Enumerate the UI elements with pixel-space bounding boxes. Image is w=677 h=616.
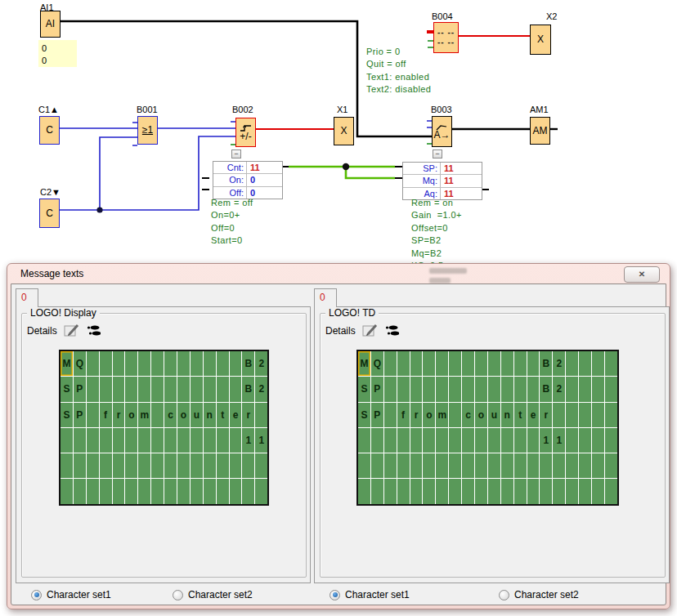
display-cell[interactable]	[566, 479, 578, 503]
display-cell[interactable]	[113, 351, 125, 376]
display-cell[interactable]	[410, 479, 423, 503]
display-cell[interactable]: M	[358, 351, 370, 376]
display-cell[interactable]: n	[501, 403, 513, 427]
display-cell[interactable]	[113, 453, 125, 478]
b003-collapse-button[interactable]: −	[433, 150, 442, 158]
display-cell[interactable]	[605, 453, 617, 478]
display-cell[interactable]	[579, 351, 591, 376]
display-cell[interactable]	[177, 428, 190, 453]
block-b002-counter[interactable]: +/-	[235, 118, 256, 147]
display-cell[interactable]	[138, 479, 150, 503]
tab-td-0[interactable]: 0	[314, 288, 337, 307]
display-cell[interactable]	[87, 453, 99, 478]
display-cell[interactable]	[527, 377, 540, 401]
display-cell[interactable]	[514, 377, 527, 401]
display-cell[interactable]	[217, 453, 229, 478]
display-cell[interactable]	[164, 479, 177, 503]
display-cell[interactable]	[87, 479, 99, 503]
display-cell[interactable]	[605, 428, 617, 453]
display-cell[interactable]: u	[488, 403, 500, 427]
display-cell[interactable]	[191, 377, 203, 401]
display-cell[interactable]: m	[138, 403, 150, 427]
display-cell[interactable]: 2	[553, 377, 565, 401]
display-cell[interactable]	[230, 351, 242, 376]
display-cell[interactable]	[514, 479, 527, 503]
display-cell[interactable]	[255, 403, 267, 427]
display-cell[interactable]	[191, 351, 203, 376]
display-cell[interactable]	[242, 479, 254, 503]
display-cell[interactable]	[230, 479, 242, 503]
display-cell[interactable]	[501, 479, 513, 503]
display-cell[interactable]: P	[74, 403, 86, 427]
display-cell[interactable]	[397, 351, 410, 376]
display-cell[interactable]: t	[217, 403, 229, 427]
logo-td-grid[interactable]: MQB2SPB2SPfromcounter11	[356, 350, 619, 506]
block-c2-cursor-down[interactable]: C	[39, 199, 60, 228]
display-cell[interactable]: P	[371, 403, 383, 427]
td-charset1-option[interactable]: Character set1	[330, 587, 410, 603]
display-cell[interactable]	[397, 428, 410, 453]
display-cell[interactable]	[177, 351, 190, 376]
display-cell[interactable]	[449, 377, 461, 401]
display-cell[interactable]	[204, 453, 216, 478]
display-cell[interactable]: o	[177, 403, 190, 427]
display-cell[interactable]	[151, 377, 164, 401]
display-cell[interactable]	[566, 428, 578, 453]
display-cell[interactable]	[475, 428, 487, 453]
display-cell[interactable]	[151, 453, 164, 478]
b002-collapse-button[interactable]: −	[231, 150, 241, 158]
display-cell[interactable]: S	[61, 403, 73, 427]
display-cell[interactable]	[462, 453, 474, 478]
display-cell[interactable]	[592, 403, 604, 427]
b003-parameter-table[interactable]: SP:11Mq:11Aq:11	[402, 162, 482, 200]
edit-icon[interactable]	[362, 324, 379, 337]
display-cell[interactable]	[579, 377, 591, 401]
display-cell[interactable]	[151, 428, 164, 453]
block-c1-cursor-up[interactable]: C	[39, 116, 60, 145]
display-cell[interactable]: 1	[242, 428, 254, 453]
display-cell[interactable]	[488, 479, 500, 503]
display-cell[interactable]	[462, 428, 474, 453]
display-cell[interactable]: m	[436, 403, 448, 427]
display-cell[interactable]: t	[514, 403, 527, 427]
display-cell[interactable]	[501, 351, 513, 376]
display-cell[interactable]	[217, 428, 229, 453]
display-cell[interactable]	[579, 428, 591, 453]
display-cell[interactable]: c	[164, 403, 177, 427]
display-cell[interactable]	[384, 377, 397, 401]
display-cell[interactable]: Q	[74, 351, 86, 376]
display-cell[interactable]	[397, 453, 410, 478]
display-cell[interactable]	[397, 377, 410, 401]
display-cell[interactable]	[113, 428, 125, 453]
display-cell[interactable]	[605, 403, 617, 427]
display-cell[interactable]	[204, 428, 216, 453]
block-x2-output[interactable]: X	[530, 25, 551, 55]
display-cell[interactable]: f	[397, 403, 410, 427]
display-cell[interactable]	[100, 453, 112, 478]
display-cell[interactable]	[230, 428, 242, 453]
display-cell[interactable]	[579, 403, 591, 427]
radio-selected-icon[interactable]	[330, 590, 340, 600]
display-cell[interactable]	[100, 479, 112, 503]
display-cell[interactable]: B	[540, 377, 552, 401]
display-cell[interactable]: r	[113, 403, 125, 427]
display-cell[interactable]	[230, 453, 242, 478]
display-cell[interactable]	[113, 479, 125, 503]
display-cell[interactable]: c	[462, 403, 474, 427]
display-cell[interactable]	[87, 351, 99, 376]
display-cell[interactable]	[100, 377, 112, 401]
display-cell[interactable]	[423, 453, 435, 478]
display-cell[interactable]: S	[358, 377, 370, 401]
display-cell[interactable]	[501, 428, 513, 453]
display-cell[interactable]	[164, 453, 177, 478]
display-cell[interactable]	[540, 479, 552, 503]
display-cell[interactable]	[138, 377, 150, 401]
display-cell[interactable]	[74, 479, 86, 503]
display-cell[interactable]	[125, 479, 137, 503]
display-cell[interactable]	[138, 428, 150, 453]
radio-unselected-icon[interactable]	[499, 590, 509, 600]
display-cell[interactable]	[125, 453, 137, 478]
display-cell[interactable]	[605, 377, 617, 401]
display-cell[interactable]: 1	[553, 428, 565, 453]
display-cell[interactable]	[61, 453, 73, 478]
